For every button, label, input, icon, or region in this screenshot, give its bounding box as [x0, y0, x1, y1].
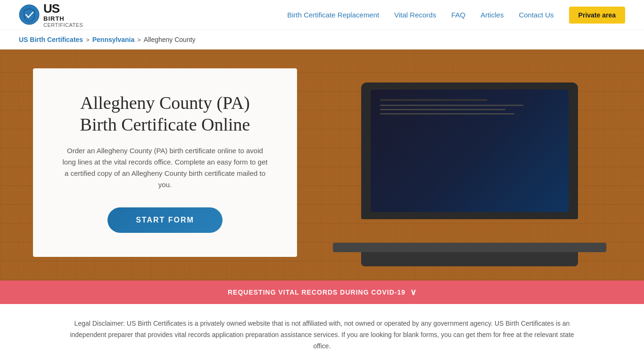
breadcrumb-sep-1: >	[86, 36, 90, 43]
logo-text: US BIRTH Certificates	[43, 2, 83, 28]
nav-vital-records[interactable]: Vital Records	[394, 11, 436, 19]
nav-birth-certificate[interactable]: Birth Certificate Replacement	[287, 11, 379, 19]
logo-cert-label: Certificates	[43, 22, 83, 28]
covid-banner-text: REQUESTING VITAL RECORDS DURING COVID-19	[228, 288, 405, 296]
laptop-body	[361, 82, 578, 219]
disclaimer-text: Legal Disclaimer: US Birth Certificates …	[63, 318, 581, 352]
logo-us-label: US	[43, 2, 83, 16]
logo-birth-label: BIRTH	[43, 16, 83, 22]
hero-description: Order an Allegheny County (PA) birth cer…	[61, 145, 269, 190]
nav-articles[interactable]: Articles	[480, 11, 504, 19]
site-header: US BIRTH Certificates Birth Certificate …	[0, 0, 644, 30]
covid-banner[interactable]: REQUESTING VITAL RECORDS DURING COVID-19…	[0, 280, 644, 304]
nav-faq[interactable]: FAQ	[451, 11, 465, 19]
hero-title: Allegheny County (PA) Birth Certificate …	[61, 92, 269, 135]
breadcrumb-sep-2: >	[137, 36, 141, 43]
hero-laptop-illustration: QWE RTY UIO P	[323, 64, 616, 266]
hero-card: Allegheny County (PA) Birth Certificate …	[33, 68, 297, 257]
breadcrumb-home[interactable]: US Birth Certificates	[19, 36, 83, 43]
laptop-base	[333, 243, 606, 252]
logo-icon	[19, 4, 40, 25]
start-form-button[interactable]: START FORM	[107, 207, 223, 233]
nav-contact[interactable]: Contact Us	[519, 11, 553, 19]
breadcrumb: US Birth Certificates > Pennsylvania > A…	[0, 30, 644, 49]
breadcrumb-state[interactable]: Pennsylvania	[92, 36, 135, 43]
private-area-button[interactable]: Private area	[569, 7, 625, 24]
laptop-screen	[371, 90, 569, 212]
disclaimer-section: Legal Disclaimer: US Birth Certificates …	[0, 304, 644, 362]
breadcrumb-county: Allegheny County	[144, 36, 196, 43]
hero-section: QWE RTY UIO P Allegheny County (PA) Birt…	[0, 49, 644, 280]
logo[interactable]: US BIRTH Certificates	[19, 2, 83, 28]
chevron-down-icon: ∨	[410, 287, 416, 297]
main-nav: Birth Certificate Replacement Vital Reco…	[287, 7, 625, 24]
